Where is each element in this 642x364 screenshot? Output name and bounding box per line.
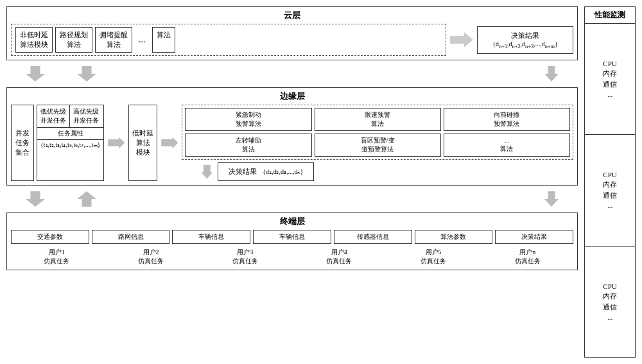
param-3: 车辆信息 <box>172 230 250 244</box>
edge-algo-6: ...算法 <box>444 134 570 157</box>
sidebar-s1-cpu: CPU <box>603 60 616 67</box>
terminal-params-row: 交通参数 路网信息 车辆信息 车辆信息 传感器信息 算法参数 决策结果 <box>11 230 573 244</box>
sidebar-section-2: CPU 内存 通信 ... <box>585 135 635 246</box>
sidebar-s3-cpu: CPU <box>603 282 616 290</box>
edge-algo-3: 向前碰撞预警算法 <box>444 108 570 131</box>
user-5: 用户5仿真任务 <box>388 248 480 266</box>
cloud-algo-2: 路径规划算法 <box>55 27 92 53</box>
cloud-decision-formula: {dn+1,dn+2,dn+3,...,dn+m} <box>484 40 566 49</box>
terminal-layer-title: 终端层 <box>11 216 573 227</box>
terminal-layer: 终端层 交通参数 路网信息 车辆信息 车辆信息 传感器信息 算法参数 决策结果 … <box>6 212 578 270</box>
user-2: 用户2仿真任务 <box>105 248 197 266</box>
sidebar: 性能监测 CPU 内存 通信 ... CPU 内存 通信 ... CPU 内存 … <box>584 6 636 358</box>
edge-terminal-arrows <box>6 189 578 209</box>
cloud-layer-title: 云层 <box>11 10 573 21</box>
sidebar-s3-comm: 通信 <box>603 302 617 312</box>
edge-algos-grid: 紧急制动预警算法 限速预警算法 向前碰撞预警算法 左转辅助算法 盲区预警/变道预… <box>182 105 573 160</box>
users-row: 用户1仿真任务 用户2仿真任务 用户3仿真任务 用户4仿真任务 用户5仿真任务 … <box>11 247 573 266</box>
user-1: 用户1仿真任务 <box>11 248 103 266</box>
cloud-algos-group: 非低时延算法模块 路径规划算法 拥堵提醒算法 ... 算法 <box>11 24 446 56</box>
sidebar-title: 性能监测 <box>585 7 635 24</box>
sidebar-section-1: CPU 内存 通信 ... <box>585 24 635 135</box>
cloud-edge-arrows <box>6 64 578 83</box>
sidebar-s2-cpu: CPU <box>603 171 616 178</box>
edge-layer: 边缘层 并发任务集合 低优先级并发任务 高优先级并发任务 任务属性 {t₁,t₂… <box>6 87 578 186</box>
edge-decision-row: 决策结果 {d₁,d₂,d₃,...,dₙ} <box>182 162 573 181</box>
edge-algo-1: 紧急制动预警算法 <box>185 108 311 131</box>
param-1: 交通参数 <box>11 230 89 244</box>
edge-algo-2: 限速预警算法 <box>315 108 441 131</box>
sidebar-s1-dots: ... <box>607 91 612 98</box>
edge-left-arrow <box>108 105 125 181</box>
task-formula: {t₁,t₂,t₃,t₄,t₅,t₆,t₇,...,tₘ} <box>37 140 103 150</box>
high-priority-cell: 高优先级并发任务 <box>70 105 102 127</box>
user-4: 用户4仿真任务 <box>293 248 385 266</box>
cloud-algo-dots: ... <box>135 27 150 53</box>
sidebar-s1-mem: 内存 <box>603 69 617 78</box>
edge-left-tasks: 并发任务集合 低优先级并发任务 高优先级并发任务 任务属性 {t₁,t₂,t₃,… <box>11 105 104 181</box>
sidebar-s2-mem: 内存 <box>603 180 617 189</box>
sidebar-s3-dots: ... <box>607 313 612 321</box>
cloud-decision-label: 决策结果 <box>484 31 566 40</box>
param-4: 车辆信息 <box>253 230 331 244</box>
cloud-arrow-right <box>450 32 473 48</box>
param-6: 算法参数 <box>415 230 493 244</box>
edge-algo-4: 左转辅助算法 <box>185 134 311 157</box>
edge-decision-label: 决策结果 <box>229 168 257 175</box>
edge-right-area: 紧急制动预警算法 限速预警算法 向前碰撞预警算法 左转辅助算法 盲区预警/变道预… <box>182 105 573 181</box>
sidebar-s1-comm: 通信 <box>603 80 617 89</box>
sidebar-s2-dots: ... <box>607 202 612 209</box>
cloud-algo-4: 算法 <box>152 27 175 53</box>
param-2: 路网信息 <box>92 230 170 244</box>
param-5: 传感器信息 <box>334 230 412 244</box>
task-set-box: 并发任务集合 <box>11 105 34 181</box>
param-7: 决策结果 <box>495 230 573 244</box>
edge-layer-title: 边缘层 <box>11 91 573 102</box>
cloud-algo-3: 拥堵提醒算法 <box>95 27 132 53</box>
task-attr-label: 任务属性 <box>37 128 103 140</box>
edge-decision-formula: {d₁,d₂,d₃,...,dₙ} <box>263 168 303 175</box>
sidebar-s2-comm: 通信 <box>603 191 617 200</box>
low-priority-cell: 低优先级并发任务 <box>37 105 70 127</box>
edge-algo-5: 盲区预警/变道预警算法 <box>315 134 441 157</box>
cloud-layer: 云层 非低时延算法模块 路径规划算法 拥堵提醒算法 ... 算法 决策结果 {d… <box>6 6 578 60</box>
user-3: 用户3仿真任务 <box>199 248 291 266</box>
edge-mid-arrow <box>161 105 178 181</box>
edge-decision-box: 决策结果 {d₁,d₂,d₃,...,dₙ} <box>218 162 314 181</box>
sidebar-s3-mem: 内存 <box>603 291 617 301</box>
sidebar-section-3: CPU 内存 通信 ... <box>585 247 635 357</box>
cloud-decision-box: 决策结果 {dn+1,dn+2,dn+3,...,dn+m} <box>477 26 573 54</box>
user-n: 用户n仿真任务 <box>482 248 573 266</box>
priority-block: 低优先级并发任务 高优先级并发任务 任务属性 {t₁,t₂,t₃,t₄,t₅,t… <box>37 105 104 181</box>
cloud-algo-1: 非低时延算法模块 <box>15 27 53 53</box>
low-latency-box: 低时延算法模块 <box>128 105 157 181</box>
